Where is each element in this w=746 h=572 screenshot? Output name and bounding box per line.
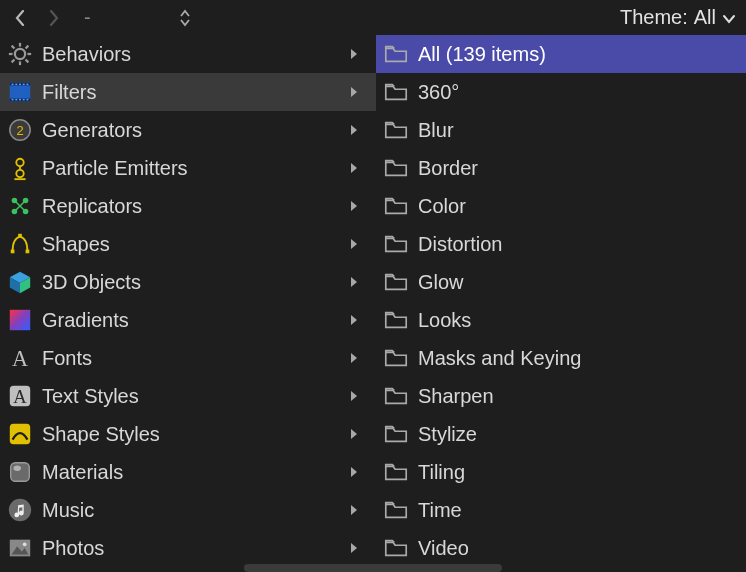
folder-icon <box>382 420 410 448</box>
category-item-replicators[interactable]: Replicators <box>0 187 376 225</box>
category-item-shape-styles[interactable]: Shape Styles <box>0 415 376 453</box>
svg-rect-18 <box>15 99 17 100</box>
theme-label: Theme: <box>620 6 688 29</box>
category-label: Text Styles <box>42 385 342 408</box>
folder-icon <box>382 154 410 182</box>
subcategory-item[interactable]: Border <box>376 149 746 187</box>
replicator-icon <box>6 192 34 220</box>
path-stepper[interactable] <box>179 9 191 27</box>
category-item-shapes[interactable]: Shapes <box>0 225 376 263</box>
font-a-box-icon: A <box>6 382 34 410</box>
category-label: Fonts <box>42 347 342 370</box>
subcategory-item[interactable]: 360° <box>376 73 746 111</box>
category-label: Behaviors <box>42 43 342 66</box>
folder-icon <box>382 458 410 486</box>
svg-rect-35 <box>26 250 30 254</box>
subcategory-item[interactable]: Blur <box>376 111 746 149</box>
subcategory-label: Color <box>418 195 746 218</box>
subcategory-item[interactable]: Color <box>376 187 746 225</box>
folder-icon <box>382 268 410 296</box>
subcategory-item[interactable]: Tiling <box>376 453 746 491</box>
subcategory-label: Video <box>418 537 746 560</box>
disclosure-arrow-icon <box>350 466 366 478</box>
chevron-right-icon <box>49 10 59 26</box>
svg-line-6 <box>26 60 29 63</box>
subcategory-label: 360° <box>418 81 746 104</box>
subcategory-item[interactable]: Stylize <box>376 415 746 453</box>
category-item-materials[interactable]: Materials <box>0 453 376 491</box>
category-item-fonts[interactable]: A Fonts <box>0 339 376 377</box>
svg-rect-34 <box>11 250 15 254</box>
nav-forward-button[interactable] <box>44 8 64 28</box>
library-body: Behaviors Filters 2 Generators Particle … <box>0 35 746 572</box>
subcategory-item[interactable]: Video <box>376 529 746 567</box>
category-label: Music <box>42 499 342 522</box>
category-item-text-styles[interactable]: A Text Styles <box>0 377 376 415</box>
category-item-behaviors[interactable]: Behaviors <box>0 35 376 73</box>
shape-icon <box>6 230 34 258</box>
theme-popup[interactable]: Theme: All <box>620 6 736 29</box>
category-item-3d-objects[interactable]: 3D Objects <box>0 263 376 301</box>
subcategory-label: Distortion <box>418 233 746 256</box>
category-item-particle-emitters[interactable]: Particle Emitters <box>0 149 376 187</box>
category-item-gradients[interactable]: Gradients <box>0 301 376 339</box>
category-item-generators[interactable]: 2 Generators <box>0 111 376 149</box>
subcategory-label: All (139 items) <box>418 43 746 66</box>
disclosure-arrow-icon <box>350 276 366 288</box>
folder-icon <box>382 534 410 562</box>
subcategory-item[interactable]: All (139 items) <box>376 35 746 73</box>
music-icon <box>6 496 34 524</box>
subcategory-label: Blur <box>418 119 746 142</box>
category-item-photos[interactable]: Photos <box>0 529 376 567</box>
svg-line-8 <box>12 60 15 63</box>
toolbar: - Theme: All <box>0 0 746 35</box>
subcategory-label: Sharpen <box>418 385 746 408</box>
folder-icon <box>382 382 410 410</box>
generator-icon: 2 <box>6 116 34 144</box>
folder-icon <box>382 192 410 220</box>
subcategory-item[interactable]: Time <box>376 491 746 529</box>
subcategory-item[interactable]: Glow <box>376 263 746 301</box>
font-a-icon: A <box>6 344 34 372</box>
subcategory-item[interactable]: Looks <box>376 301 746 339</box>
subcategory-label: Time <box>418 499 746 522</box>
disclosure-arrow-icon <box>350 238 366 250</box>
disclosure-arrow-icon <box>350 86 366 98</box>
theme-value: All <box>694 6 716 29</box>
category-label: Particle Emitters <box>42 157 342 180</box>
subcategory-label: Stylize <box>418 423 746 446</box>
subcategory-item[interactable]: Sharpen <box>376 377 746 415</box>
disclosure-arrow-icon <box>350 162 366 174</box>
category-item-filters[interactable]: Filters <box>0 73 376 111</box>
disclosure-arrow-icon <box>350 390 366 402</box>
emitter-icon <box>6 154 34 182</box>
subcategory-item[interactable]: Distortion <box>376 225 746 263</box>
subcategory-label: Glow <box>418 271 746 294</box>
svg-rect-16 <box>27 84 29 85</box>
svg-rect-19 <box>19 99 21 100</box>
path-popup[interactable]: - <box>84 6 91 29</box>
nav-back-button[interactable] <box>10 8 30 28</box>
folder-icon <box>382 496 410 524</box>
svg-rect-14 <box>19 84 21 85</box>
shapestyle-icon <box>6 420 34 448</box>
category-label: 3D Objects <box>42 271 342 294</box>
svg-point-24 <box>16 159 23 166</box>
filmstrip-icon <box>6 78 34 106</box>
horizontal-scrollbar[interactable] <box>244 564 502 572</box>
subcategory-label: Tiling <box>418 461 746 484</box>
folder-icon <box>382 40 410 68</box>
category-item-music[interactable]: Music <box>0 491 376 529</box>
library-browser: - Theme: All Behaviors <box>0 0 746 572</box>
disclosure-arrow-icon <box>350 124 366 136</box>
stepper-icon <box>179 9 191 27</box>
subcategory-label: Masks and Keying <box>418 347 746 370</box>
svg-line-5 <box>12 46 15 49</box>
subcategory-list[interactable]: All (139 items) 360° Blur Border Color D… <box>376 35 746 572</box>
category-list[interactable]: Behaviors Filters 2 Generators Particle … <box>0 35 376 572</box>
svg-rect-21 <box>27 99 29 100</box>
category-label: Gradients <box>42 309 342 332</box>
svg-point-48 <box>9 499 31 521</box>
subcategory-item[interactable]: Masks and Keying <box>376 339 746 377</box>
svg-point-47 <box>14 466 21 472</box>
